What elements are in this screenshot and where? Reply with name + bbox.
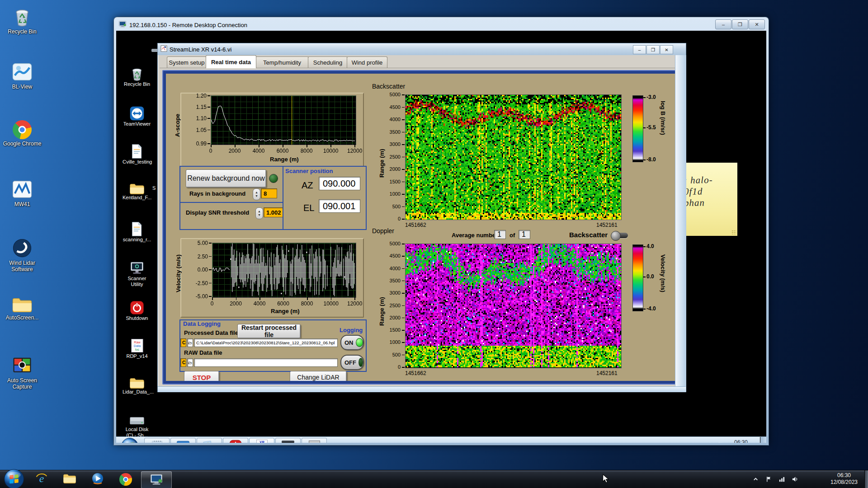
- average-of-field[interactable]: 1: [519, 230, 530, 239]
- labview-close-button[interactable]: ✕: [660, 45, 673, 54]
- tab-bar: System setupReal time dataTemp/humidityS…: [160, 55, 683, 68]
- ascope-xtick: 12000: [347, 148, 362, 154]
- shutdown-icon: [123, 300, 151, 315]
- restart-processed-file-button[interactable]: Restart processed file: [237, 324, 301, 338]
- svg-text:XR: XR: [259, 441, 264, 443]
- tab-scheduling[interactable]: Scheduling: [308, 56, 348, 68]
- remote-taskbar-button-xr-vi[interactable]: XR: [249, 438, 274, 443]
- remote-start-button[interactable]: [121, 437, 139, 443]
- host-show-desktop[interactable]: [864, 470, 868, 488]
- scanner-position-box: [283, 166, 367, 230]
- remote-icon-cville-testing[interactable]: Cville_testing: [123, 144, 151, 165]
- processed-logging-toggle[interactable]: ON: [340, 335, 364, 350]
- average-number-field[interactable]: 1: [494, 230, 506, 239]
- doppler-cbar-tick: 0.0: [646, 273, 654, 280]
- backscatter-ytick-mark: [402, 194, 405, 195]
- host-clock[interactable]: 06:30 12/08/2023: [825, 472, 863, 486]
- remote-tray-speaker-icon[interactable]: [707, 441, 713, 443]
- remote-taskbar-button-display-settings[interactable]: [170, 438, 196, 443]
- el-field[interactable]: 090.001: [319, 199, 360, 213]
- desktop-icon-google-chrome[interactable]: Google Chrome: [3, 120, 42, 147]
- remote-show-desktop[interactable]: [760, 437, 766, 443]
- host-start-button[interactable]: [4, 469, 24, 488]
- display-settings-icon: [176, 440, 190, 443]
- tray-chevron-up-icon[interactable]: [752, 476, 759, 483]
- labview-maximize-button[interactable]: ❐: [646, 45, 660, 54]
- tray-speaker-icon[interactable]: [792, 476, 798, 483]
- desktop-icon-auto-screen-capture[interactable]: Auto Screen Capture: [3, 355, 42, 390]
- doppler-ytick-mark: [402, 281, 405, 282]
- ascope-ytick: 1.15: [192, 104, 207, 110]
- taskbar-button-mediaplayer[interactable]: [85, 471, 110, 488]
- desktop-icon-mw41[interactable]: MW41: [3, 179, 42, 207]
- close-button[interactable]: ✕: [749, 19, 765, 29]
- sticky-note[interactable]: : halo-0f1dphan: [682, 163, 737, 236]
- desktop-icon-bl-view[interactable]: BL-View: [3, 61, 42, 90]
- labview-window[interactable]: StreamLine XR v14-6.vi –❐✕ System setupR…: [157, 43, 686, 392]
- remote-icon-recycle-bin[interactable]: Recycle Bin: [123, 66, 151, 87]
- remote-icon-teamviewer[interactable]: TeamViewer: [123, 106, 151, 127]
- renew-background-button[interactable]: Renew background now: [186, 169, 266, 188]
- tab-temp-humidity[interactable]: Temp/humidity: [255, 56, 309, 68]
- remote-icon-scanning-r-[interactable]: scanning_r...: [123, 221, 151, 243]
- raw-logging-toggle[interactable]: OFF: [340, 355, 364, 370]
- stop-software-button[interactable]: STOPsoftware: [184, 371, 219, 381]
- desktop-icon-recycle-bin[interactable]: Recycle Bin: [3, 6, 42, 35]
- doppler-ytick: 2500: [386, 303, 401, 308]
- desktop-icon-wind-lidar-software[interactable]: Wind Lidar Software: [3, 238, 42, 272]
- minimize-button[interactable]: –: [715, 19, 731, 29]
- taskbar-button-chrome[interactable]: [113, 471, 138, 488]
- remote-icon-local-disk-c-sh-[interactable]: Local Disk (C) - Sh...: [123, 416, 151, 438]
- remote-tray-chevron-up-icon[interactable]: [696, 441, 702, 443]
- remote-icon-rdp-v14[interactable]: RawDatalocRDP_v14: [123, 338, 151, 359]
- raw-browse-icon[interactable]: 🗁: [187, 358, 193, 367]
- raw-path-field[interactable]: [194, 358, 338, 367]
- tray-network-icon[interactable]: [778, 476, 785, 483]
- rdc-window[interactable]: 192.168.0.150 - Remote Desktop Connectio…: [114, 17, 769, 445]
- taskbar-button-rdp-mon[interactable]: [141, 471, 172, 488]
- rays-spinner[interactable]: ▲▼: [253, 188, 260, 200]
- change-lidar-settings-button[interactable]: Change LiDARSettings: [290, 371, 347, 381]
- scanner-utility-icon: [123, 260, 151, 276]
- processed-drive-box[interactable]: C: [180, 338, 186, 347]
- processed-browse-icon[interactable]: 🗁: [187, 338, 193, 347]
- labview-minimize-button[interactable]: –: [633, 45, 646, 54]
- doppler-ytick: 3000: [386, 290, 401, 296]
- host-desktop-icons: Recycle BinBL-ViewGoogle ChromeMW41Wind …: [3, 0, 46, 470]
- remote-taskbar-button-shutdown[interactable]: [223, 438, 248, 443]
- ascope-xtick-mark: [330, 145, 331, 147]
- snr-spinner[interactable]: ▲▼: [255, 207, 263, 219]
- remote-icon-scanner-utility[interactable]: Scanner Utility: [123, 260, 151, 287]
- remote-icon-lidar-data-[interactable]: Lidar_Data_...: [123, 377, 151, 395]
- remote-taskbar-button-cmd[interactable]: C:\_: [275, 438, 301, 443]
- rdc-caption-buttons: –❐✕: [715, 19, 765, 29]
- taskbar-button-ie[interactable]: e: [29, 471, 54, 488]
- remote-taskbar-button-scan-sched[interactable]: Scansched: [302, 438, 327, 443]
- desktop-icon-autoscreen-[interactable]: AutoScreen...: [3, 296, 42, 321]
- backscatter-cbar-label: log B (/m/sr): [660, 101, 666, 160]
- tab-real-time-data[interactable]: Real time data: [206, 55, 256, 68]
- backscatter-ytick-mark: [402, 169, 405, 170]
- rays-value-field[interactable]: 8: [261, 188, 277, 198]
- maximize-button[interactable]: ❐: [732, 19, 748, 29]
- sticky-note-resize-grip[interactable]: [731, 230, 736, 235]
- shutdown-icon: [229, 439, 242, 443]
- remote-icon-shutdown[interactable]: Shutdown: [123, 300, 151, 321]
- processed-path-field[interactable]: C:\Lidar\Data\Proc\2023\202308\20230812\…: [194, 338, 338, 347]
- backscatter-display-toggle[interactable]: [612, 233, 628, 238]
- backscatter-cbar-tick-mark: [643, 160, 646, 160]
- remote-icon-kentland-f-[interactable]: Kentland_F...: [123, 183, 151, 201]
- tab-system-setup[interactable]: System setup: [167, 56, 207, 68]
- remote-taskbar-button-notepad[interactable]: [144, 438, 170, 443]
- raw-drive-box[interactable]: C: [180, 358, 186, 367]
- rdc-titlebar[interactable]: 192.168.0.150 - Remote Desktop Connectio…: [118, 20, 247, 30]
- az-field[interactable]: 090.000: [319, 177, 360, 190]
- labview-titlebar[interactable]: StreamLine XR v14-6.vi: [158, 43, 686, 55]
- remote-taskbar-button-stickynotes[interactable]: [197, 438, 222, 443]
- tray-flag-icon[interactable]: [765, 476, 772, 483]
- backscatter-ytick: 0: [386, 216, 401, 221]
- tab-wind-profile[interactable]: Wind profile: [347, 56, 387, 68]
- remote-desktop-icons: Recycle BinTeamViewerCville_testingKentl…: [123, 31, 154, 437]
- remote-clock[interactable]: 06:30 12/08/2023: [723, 439, 759, 443]
- taskbar-button-explorer-folder[interactable]: [57, 471, 82, 488]
